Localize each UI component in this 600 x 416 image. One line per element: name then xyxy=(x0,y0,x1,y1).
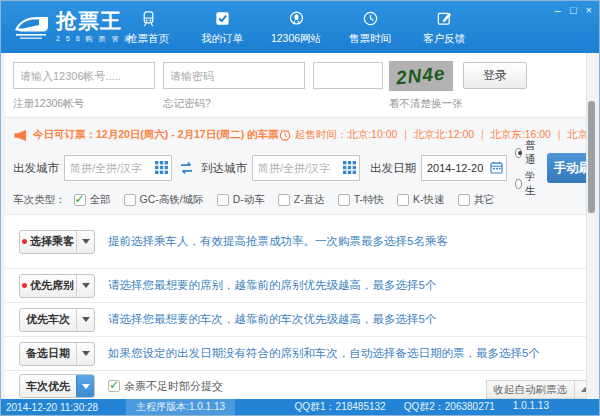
partial-submit-checkbox[interactable]: 余票不足时部分提交 xyxy=(108,379,223,394)
checkbox-icon[interactable] xyxy=(458,194,470,206)
nav-orders[interactable]: 我的订单 xyxy=(193,9,251,46)
chevron-down-icon xyxy=(82,283,90,288)
checkbox-icon[interactable] xyxy=(338,194,350,206)
ticket-type-radios: 普通 学生 xyxy=(515,139,539,198)
traintype-k[interactable]: K-快速 xyxy=(397,193,445,207)
checkbox-icon[interactable] xyxy=(108,380,120,392)
maximize-button[interactable]: □ xyxy=(570,4,577,16)
checkbox-icon[interactable] xyxy=(397,194,409,206)
traintype-all[interactable]: 全部 xyxy=(74,193,111,207)
button-label: 优先席别 xyxy=(30,278,74,293)
nav-orders-label: 我的订单 xyxy=(201,32,243,46)
chevron-down-icon xyxy=(82,384,90,389)
radio-normal[interactable]: 普通 xyxy=(515,139,539,167)
depart-date-label: 出发日期 xyxy=(370,161,416,176)
traintype-d[interactable]: D-动车 xyxy=(217,193,265,207)
scrollbar-thumb[interactable] xyxy=(588,101,595,213)
row-select-passenger: 选择乘客 提前选择乘车人，有效提高抢票成功率。一次购票最多选择5名乘客 xyxy=(5,215,587,269)
checkbox-label: 其它 xyxy=(474,193,495,207)
checkbox-label: 余票不足时部分提交 xyxy=(124,379,223,394)
megaphone-icon xyxy=(13,129,28,142)
priority-train-button[interactable]: 优先车次 xyxy=(19,308,95,332)
password-input[interactable] xyxy=(163,62,305,89)
swap-cities-icon[interactable] xyxy=(178,161,195,175)
search-panel: 今日可订票：12月20日(周六) - 2月17日(周二) 的车票 起售时间：北京… xyxy=(5,117,587,215)
button-label-wrap: 备选日期 xyxy=(20,343,76,365)
nav-sale-time-label: 售票时间 xyxy=(349,32,391,46)
checkbox-icon[interactable] xyxy=(278,194,290,206)
checkbox-label: D-动车 xyxy=(233,193,265,207)
close-button[interactable]: × xyxy=(586,4,592,16)
calendar-icon[interactable] xyxy=(490,161,503,174)
select-value: 车次优先 xyxy=(20,375,76,397)
collapse-label: 收起自动刷票选 xyxy=(487,383,575,397)
qq-group-1: QQ群1：218485132 xyxy=(295,400,386,414)
status-version: 主程序版本:1.0.1.13 xyxy=(126,399,235,415)
dropdown-arrow[interactable] xyxy=(76,343,94,365)
row-priority-seat: 优先席别 请选择您最想要的席别，越靠前的席别优先级越高，最多选择5个 xyxy=(5,269,587,303)
to-city-wrap xyxy=(252,155,360,181)
button-label-wrap: 选择乘客 xyxy=(20,231,76,253)
select-passenger-button[interactable]: 选择乘客 xyxy=(19,230,95,254)
collapse-auto-options-button[interactable]: 收起自动刷票选 xyxy=(486,380,596,399)
button-label: 选择乘客 xyxy=(30,234,74,249)
traintype-gc[interactable]: GC-高铁/城际 xyxy=(124,193,204,207)
radio-normal-label: 普通 xyxy=(525,139,538,167)
dropdown-arrow[interactable] xyxy=(76,231,94,253)
row-description: 请选择您最想要的席别，越靠前的席别优先级越高，最多选择5个 xyxy=(108,278,436,293)
window-controls: – □ × xyxy=(555,4,592,16)
radio-icon[interactable] xyxy=(515,179,522,189)
app-logo: 抢票王 2 5 8 购 票 管 家 xyxy=(14,10,133,44)
vertical-scrollbar[interactable] xyxy=(586,53,595,399)
captcha-input[interactable] xyxy=(313,62,383,89)
nav-feedback[interactable]: 客户反馈 xyxy=(415,9,473,46)
alternate-dates-button[interactable]: 备选日期 xyxy=(19,342,95,366)
chevron-down-icon xyxy=(82,239,90,244)
priority-mode-select[interactable]: 车次优先 xyxy=(19,374,95,398)
nav-12306-label: 12306网站 xyxy=(271,32,321,46)
checkbox-icon[interactable] xyxy=(217,194,229,206)
captcha-refresh-link[interactable]: 看不清楚换一张 xyxy=(389,97,463,111)
main-nav: 抢票首页 我的订单 12306网站 售票时间 xyxy=(119,9,473,46)
nav-12306[interactable]: 12306网站 xyxy=(267,9,325,46)
sale-time-label: 起售时间： xyxy=(295,128,348,142)
login-section: 注册12306帐号 忘记密码? 2N4e 看不清楚换一张 登录 xyxy=(5,53,587,117)
nav-sale-time[interactable]: 售票时间 xyxy=(341,9,399,46)
status-version-2: 1.0.1.13 xyxy=(513,400,549,414)
row-description: 请选择您最想要的车次，越靠前的车次优先级越高，最多选择5个 xyxy=(108,312,436,327)
traintype-z[interactable]: Z-直达 xyxy=(278,193,325,207)
checkbox-label: GC-高铁/城际 xyxy=(140,193,204,207)
traintype-t[interactable]: T-特快 xyxy=(338,193,384,207)
row-description: 提前选择乘车人，有效提高抢票成功率。一次购票最多选择5名乘客 xyxy=(108,234,448,249)
traintype-other[interactable]: 其它 xyxy=(458,193,495,207)
status-bar: 2014-12-20 11:30:28 主程序版本:1.0.1.13 QQ群1：… xyxy=(1,399,599,415)
city-grid-icon[interactable] xyxy=(155,161,168,174)
checkbox-label: Z-直达 xyxy=(294,193,325,207)
login-button[interactable]: 登录 xyxy=(463,62,527,89)
sale-times-block: 起售时间：北京:10:00 ｜ 北京北:12:00 ｜ 北京东:16:00 ｜ … xyxy=(279,128,600,142)
city-grid-icon[interactable] xyxy=(343,161,356,174)
depart-date-wrap xyxy=(421,155,507,181)
app-window: – □ × 抢票王 2 5 8 购 票 管 家 xyxy=(0,0,600,416)
dropdown-arrow[interactable] xyxy=(76,275,94,297)
priority-seat-button[interactable]: 优先席别 xyxy=(19,274,95,298)
radio-icon[interactable] xyxy=(515,148,522,158)
nav-home[interactable]: 抢票首页 xyxy=(119,9,177,46)
alarm-clock-icon xyxy=(279,129,291,141)
register-link[interactable]: 注册12306帐号 xyxy=(13,97,84,111)
train-front-icon xyxy=(140,9,157,28)
dropdown-arrow[interactable] xyxy=(76,309,94,331)
select-arrow[interactable] xyxy=(76,375,94,397)
account-input[interactable] xyxy=(13,62,155,89)
train-type-checkboxes: 全部 GC-高铁/城际 D-动车 Z-直达 T-特快 K-快速 其它 xyxy=(74,193,495,207)
minimize-button[interactable]: – xyxy=(555,4,561,16)
captcha-text: 2N4e xyxy=(395,62,446,89)
chevron-down-icon xyxy=(82,351,90,356)
checkbox-icon[interactable] xyxy=(124,194,136,206)
forgot-password-link[interactable]: 忘记密码? xyxy=(163,97,211,111)
checkbox-icon[interactable] xyxy=(74,194,86,206)
chevron-down-icon xyxy=(82,317,90,322)
from-city-label: 出发城市 xyxy=(13,161,59,176)
button-label-wrap: 优先席别 xyxy=(20,275,76,297)
captcha-image[interactable]: 2N4e xyxy=(389,61,453,91)
